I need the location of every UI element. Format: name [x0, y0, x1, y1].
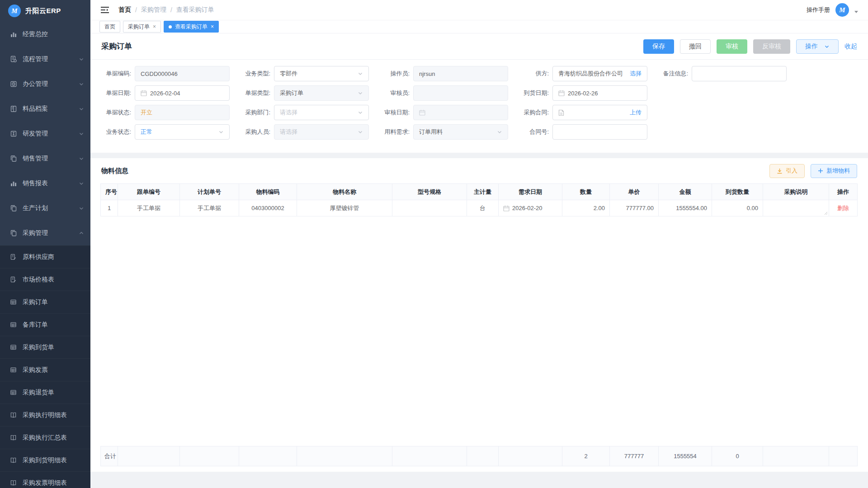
total-empty [499, 446, 562, 466]
sidebar-item-market-price[interactable]: 市场价格表 [0, 268, 90, 291]
breadcrumb-separator: / [170, 6, 172, 14]
contract-upload-box[interactable]: 上传 [552, 105, 647, 120]
save-button[interactable]: 保存 [643, 39, 674, 54]
supplier-select-link[interactable]: 选择 [630, 70, 642, 78]
sidebar-item-purchase-return[interactable]: 采购退货单 [0, 381, 90, 404]
field-biz-status: 业务状态: 正常 [101, 124, 230, 140]
sidebar-item-raw-supplier[interactable]: 原料供应商 [0, 245, 90, 268]
collapse-sidebar-icon[interactable] [100, 6, 109, 14]
cell-seq: 1 [101, 200, 118, 216]
tab-close-icon[interactable]: × [153, 24, 156, 29]
chevron-down-icon [358, 110, 363, 115]
field-label: 采购合同: [519, 108, 552, 117]
sidebar-item-purchase-invoice-detail[interactable]: 采购发票明细表 [0, 471, 90, 488]
doc-edit-icon [10, 276, 17, 283]
operate-label: 操作 [805, 42, 818, 51]
sidebar-item-purchase-invoice[interactable]: 采购发票 [0, 358, 90, 381]
materials-table: 序号 跟单编号 计划单号 物料编码 物料名称 型号规格 主计量 需求日期 数量 … [100, 183, 857, 472]
remark-input[interactable] [692, 66, 787, 81]
sidebar-item-production-plan[interactable]: 生产计划 [0, 196, 90, 221]
cell-arrived-qty: 0.00 [712, 200, 763, 216]
table-bottom-padding [100, 466, 857, 472]
collapse-panel-link[interactable]: 收起 [844, 42, 857, 51]
total-empty [392, 446, 467, 466]
status-badge: 正常 [141, 128, 216, 136]
materials-card: 物料信息 引入 新增物料 [90, 158, 868, 472]
import-button[interactable]: 引入 [769, 164, 805, 178]
table-row: 1 手工单据 手工单据 0403000002 厚壁镀锌管 台 2026-02-2… [101, 200, 858, 216]
contract-no-input[interactable] [552, 124, 647, 140]
sidebar-item-purchase-arrival-detail[interactable]: 采购到货明细表 [0, 449, 90, 471]
resize-handle-icon[interactable] [824, 211, 828, 215]
chevron-down-icon [824, 44, 830, 49]
breadcrumb-home[interactable]: 首页 [118, 6, 131, 14]
sidebar-item-purchase-arrival[interactable]: 采购到货单 [0, 336, 90, 358]
sidebar-item-purchase-order[interactable]: 采购订单 [0, 291, 90, 313]
sidebar-item-office-mgmt[interactable]: 办公管理 [0, 71, 90, 96]
manual-link[interactable]: 操作手册 [807, 6, 830, 14]
open-book-icon [10, 457, 17, 464]
user-menu-caret-icon[interactable] [854, 11, 858, 13]
operate-dropdown-button[interactable]: 操作 [796, 39, 839, 54]
tab-view-purchase-order[interactable]: 查看采购订单 × [164, 21, 219, 33]
delete-row-link[interactable]: 删除 [837, 205, 849, 211]
tab-home[interactable]: 首页 [99, 21, 120, 33]
note-textarea[interactable] [763, 200, 829, 216]
add-material-button[interactable]: 新增物料 [811, 164, 857, 178]
sidebar-item-purchase-exec-detail[interactable]: 采购执行明细表 [0, 404, 90, 426]
total-qty: 2 [562, 446, 610, 466]
purchaser-select: 请选择 [274, 124, 369, 140]
col-spec: 型号规格 [392, 184, 467, 200]
page-title: 采购订单 [101, 41, 132, 52]
sidebar-item-purchase-exec-summary[interactable]: 采购执行汇总表 [0, 426, 90, 449]
sidebar-item-sales-report[interactable]: 销售报表 [0, 171, 90, 196]
breadcrumb-purchase-mgmt[interactable]: 采购管理 [141, 6, 166, 14]
copy-docs-icon [10, 155, 17, 162]
total-empty [829, 446, 858, 466]
col-demand-date: 需求日期 [499, 184, 562, 200]
table-header-row: 序号 跟单编号 计划单号 物料编码 物料名称 型号规格 主计量 需求日期 数量 … [101, 184, 858, 200]
field-empty [658, 105, 787, 120]
sidebar-item-business-overview[interactable]: 经营总控 [0, 22, 90, 47]
col-action: 操作 [829, 184, 858, 200]
purchase-submenu: 原料供应商 市场价格表 采购订单 备库订单 采购到货单 采购发票 采购退货单 [0, 245, 90, 488]
sidebar-item-process-mgmt[interactable]: 流程管理 [0, 47, 90, 71]
total-empty [239, 446, 297, 466]
user-avatar[interactable]: M [835, 3, 849, 17]
biz-status-select[interactable]: 正常 [135, 124, 230, 140]
chevron-down-icon [79, 131, 84, 136]
withdraw-button[interactable]: 撤回 [680, 39, 711, 54]
sidebar-item-label: 采购订单 [23, 298, 48, 306]
sidebar-item-rnd-mgmt[interactable]: 研发管理 [0, 121, 90, 146]
sidebar-item-material-archive[interactable]: 料品档案 [0, 96, 90, 121]
purchase-dept-select[interactable]: 请选择 [274, 105, 369, 120]
tab-close-icon[interactable]: × [211, 24, 214, 29]
sidebar-item-label: 采购管理 [23, 229, 79, 237]
table-icon [10, 389, 17, 396]
order-form: 单据编码: CGDD000046 业务类型: 零部件 操作员: njrsun 供… [90, 60, 868, 140]
field-label: 单据编码: [101, 70, 135, 78]
field-audit-date: 审核日期: [380, 105, 508, 120]
sidebar-item-stock-order[interactable]: 备库订单 [0, 313, 90, 336]
cell-price[interactable]: 777777.00 [610, 200, 659, 216]
order-actions: 保存 撤回 审核 反审核 操作 收起 [643, 39, 857, 54]
open-book-icon [10, 434, 17, 441]
supplier-input[interactable]: 青海纺织品股份合作公司选择 [552, 66, 647, 81]
upload-link[interactable]: 上传 [630, 108, 642, 117]
sidebar-item-purchase-mgmt[interactable]: 采购管理 [0, 221, 90, 245]
calendar-icon [558, 90, 565, 96]
field-doc-type: 单据类型: 采购订单 [241, 85, 369, 101]
col-material-code: 物料编码 [239, 184, 297, 200]
demand-date-picker[interactable]: 2026-02-20 [503, 205, 557, 211]
page-bottom-gap [90, 472, 868, 488]
cell-plan-no: 手工单据 [180, 200, 239, 216]
biz-type-select[interactable]: 零部件 [274, 66, 369, 81]
sidebar-item-label: 采购执行明细表 [23, 411, 67, 419]
arrive-date-input[interactable]: 2026-02-26 [552, 85, 647, 101]
materials-table-footer: 合计 2 777777 1555554 0 [100, 446, 858, 466]
doc-date-input[interactable]: 2026-02-04 [135, 85, 230, 101]
cell-qty[interactable]: 2.00 [562, 200, 610, 216]
sidebar-item-sales-mgmt[interactable]: 销售管理 [0, 146, 90, 171]
tab-purchase-order[interactable]: 采购订单 × [123, 21, 161, 33]
materials-table-main: 序号 跟单编号 计划单号 物料编码 物料名称 型号规格 主计量 需求日期 数量 … [100, 183, 858, 216]
